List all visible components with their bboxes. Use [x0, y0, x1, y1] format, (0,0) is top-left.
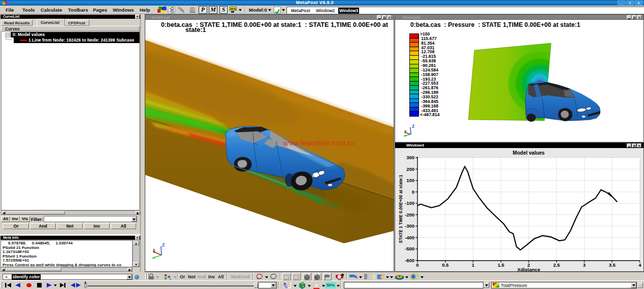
svg-text:0.5: 0.5 — [442, 262, 449, 268]
svg-text:c: c — [170, 277, 171, 280]
svg-text:-200: -200 — [405, 212, 414, 218]
svg-text:1.5: 1.5 — [498, 262, 505, 268]
svg-text:0: 0 — [416, 262, 418, 268]
svg-text:-500: -500 — [405, 246, 414, 251]
svg-text:-100: -100 — [405, 200, 414, 206]
svg-text:-600: -600 — [405, 258, 414, 263]
svg-text:4: 4 — [638, 262, 641, 268]
svg-text:3.5: 3.5 — [609, 262, 616, 268]
svg-text:P: P — [284, 282, 286, 286]
svg-text:Model values: Model values — [513, 150, 545, 156]
svg-text:-300: -300 — [405, 223, 414, 229]
svg-text:Z: Z — [162, 242, 165, 247]
svg-text:Z: Z — [412, 124, 415, 129]
svg-text:300: 300 — [406, 155, 414, 160]
svg-text:0: 0 — [412, 189, 414, 195]
svg-text:x: x — [153, 247, 155, 252]
svg-text:1: 1 — [472, 262, 475, 268]
svg-text:Xdistance: Xdistance — [518, 267, 540, 272]
svg-text:-400: -400 — [405, 235, 414, 240]
svg-text:STATE 1 TIME 0.00E+00 at state: STATE 1 TIME 0.00E+00 at state:1 — [398, 174, 403, 243]
svg-text:x: x — [404, 129, 407, 133]
svg-text:2.5: 2.5 — [553, 262, 560, 268]
svg-text:100: 100 — [406, 177, 414, 183]
svg-text:www.feaonline.com.cn: www.feaonline.com.cn — [283, 139, 355, 147]
svg-text:200: 200 — [406, 166, 414, 172]
svg-text:3: 3 — [583, 262, 586, 268]
